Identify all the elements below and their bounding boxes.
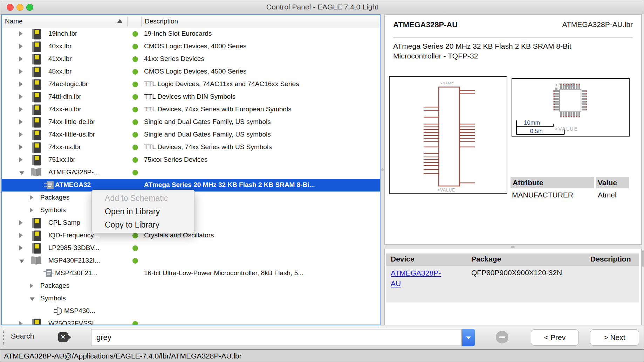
tree-row[interactable]: Packages [2,280,380,292]
tree-row[interactable]: MSP430... [2,305,380,318]
sort-ascending-icon[interactable] [117,19,122,23]
tree-row[interactable]: Symbols [2,292,380,305]
tree-row[interactable]: 74xx-us.lbrTTL Devices, 74xx Series with… [2,141,380,154]
open-library-icon [30,256,42,267]
expand-icon[interactable] [19,94,23,99]
column-header-description[interactable]: Description [145,18,178,25]
in-use-dot-icon [132,170,138,175]
tree-row[interactable]: 74xx-little-de.lbrSingle and Dual Gates … [2,116,380,128]
tree-item-description: TTL Devices, 74xx Series with US Symbols [144,143,272,151]
expand-icon[interactable] [19,132,23,137]
control-panel-window: Control Panel - EAGLE 7.4.0 Light Name D… [0,0,644,362]
status-text: ATMEGA328P-AU@/Applications/EAGLE-7.4.0/… [4,352,242,360]
in-use-dot-icon [132,145,138,150]
search-dropdown-button[interactable] [462,329,475,346]
scrollbar-thumb[interactable] [642,250,644,267]
tree-item-name: IQD-Frequency... [48,231,99,239]
horizontal-splitter[interactable] [384,245,642,249]
variants-header-row: Device Package Description [386,253,639,266]
minimize-window-icon[interactable] [16,4,23,11]
splitter-handle-icon [511,246,515,248]
tree-row[interactable]: 74ttl-din.lbrTTL Devices with DIN Symbol… [2,91,380,103]
in-use-dot-icon [132,107,138,112]
remove-search-button[interactable] [496,331,508,343]
prev-button[interactable]: < Prev [531,329,579,346]
tree-row[interactable]: ATMEGA328P-... [2,166,380,179]
column-header-description[interactable]: Description [590,255,631,263]
splitter-handle-icon [381,168,384,171]
symbol-drawing: >NAME >VALUE [390,77,507,193]
collapse-icon[interactable] [19,172,24,175]
device-title: ATMEGA328P-AU [393,20,458,29]
expand-icon[interactable] [19,157,23,162]
search-input[interactable] [91,329,462,346]
column-header-name[interactable]: Name [5,18,23,25]
tree-row[interactable]: MSP430F2132I... [2,255,380,267]
symbol-preview: >NAME >VALUE [389,76,507,194]
expand-icon[interactable] [30,283,33,288]
tree-item-name: 74xx-little-us.lbr [48,131,95,138]
collapse-icon[interactable] [30,298,35,301]
tree-row[interactable]: 74xx-little-us.lbrSingle and Dual Gates … [2,128,380,141]
tree-row[interactable]: 19inch.lbr19-Inch Slot Eurocards [2,28,380,40]
tree-row[interactable]: W25Q32FVSSI... [2,318,380,325]
expand-icon[interactable] [19,44,23,49]
tree-item-name: LP2985-33DBV... [48,244,100,252]
tree-row[interactable]: MSP430F21...16-bit Ultra-Low-Power Micro… [2,267,380,280]
device-description: ATmega Series 20 MHz 32 KB Flash 2 KB SR… [393,41,603,61]
variant-row[interactable]: ATMEGA328P-AU QFP80P900X900X120-32N [386,266,639,302]
in-use-dot-icon [132,258,138,264]
status-bar: ATMEGA328P-AU@/Applications/EAGLE-7.4.0/… [0,349,644,362]
context-menu-item[interactable]: Open in Library [92,205,194,218]
tree-row[interactable]: 74xx-eu.lbrTTL Devices, 74xx Series with… [2,103,380,116]
column-divider[interactable] [141,16,142,26]
symbol-icon [53,306,63,318]
next-button[interactable]: > Next [590,329,639,346]
expand-icon[interactable] [19,82,23,86]
context-menu: Add to SchematicOpen in LibraryCopy to L… [91,190,195,233]
column-header-package[interactable]: Package [471,255,501,263]
expand-icon[interactable] [30,195,33,200]
expand-icon[interactable] [19,220,23,225]
tree-item-description: Single and Dual Gates Family, US symbols [144,118,271,126]
expand-icon[interactable] [19,321,23,325]
device-variant-link[interactable]: ATMEGA328P-AU [391,268,440,289]
column-divider[interactable] [127,16,128,26]
expand-icon[interactable] [19,119,23,124]
toolbar-drag-handle[interactable] [3,330,5,345]
scale-in-label: 0.5in [530,128,543,134]
zoom-window-icon[interactable] [26,4,33,11]
expand-icon[interactable] [19,56,23,61]
expand-icon[interactable] [19,69,23,74]
divider [393,37,633,37]
tree-item-name: Packages [40,282,69,290]
library-icon [32,243,41,256]
library-icon [32,104,41,117]
expand-icon[interactable] [19,31,23,36]
close-window-icon[interactable] [7,4,14,11]
tree-row[interactable]: LP2985-33DBV... [2,242,380,255]
column-header-device[interactable]: Device [391,255,415,263]
tree-item-name: 74ttl-din.lbr [48,93,81,100]
title-bar[interactable]: Control Panel - EAGLE 7.4.0 Light [0,0,644,14]
tree-row[interactable]: 74ac-logic.lbrTTL Logic Devices, 74AC11x… [2,78,380,91]
expand-icon[interactable] [19,245,23,250]
expand-icon[interactable] [30,208,33,213]
expand-icon[interactable] [19,233,23,238]
vertical-splitter[interactable] [381,14,384,325]
attribute-header: Attribute [511,177,594,188]
collapse-icon[interactable] [19,260,24,263]
tree-row[interactable]: 41xx.lbr41xx Series Devices [2,53,380,65]
clear-search-icon[interactable]: ✕ [58,332,68,342]
right-scrollbar[interactable] [642,14,644,325]
expand-icon[interactable] [19,145,23,149]
expand-icon[interactable] [19,107,23,112]
tree-row[interactable]: 45xx.lbrCMOS Logic Devices, 4500 Series [2,65,380,78]
symbol-name-label: >NAME [440,81,454,85]
tree-row[interactable]: 751xx.lbr75xxx Series Devices [2,154,380,166]
context-menu-item[interactable]: Copy to Library [92,218,194,231]
tree-item-name: 41xx.lbr [48,55,72,63]
tree-row[interactable]: 40xx.lbrCMOS Logic Devices, 4000 Series [2,40,380,53]
device-icon [43,180,54,192]
tree-item-name: MSP430... [64,307,95,315]
